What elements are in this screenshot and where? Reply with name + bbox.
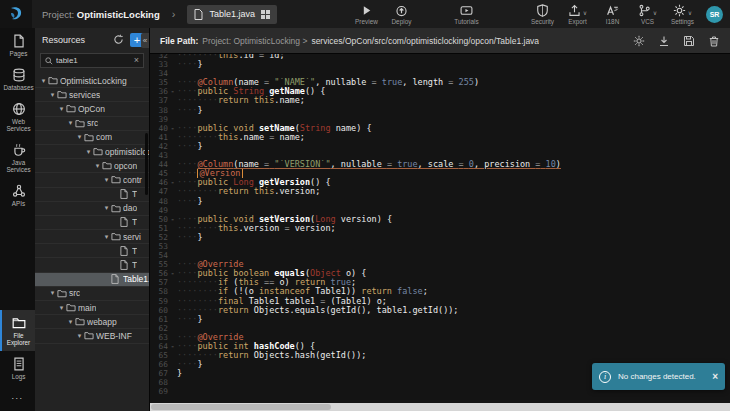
fold-marker[interactable]: - xyxy=(168,124,177,133)
tree-item-com[interactable]: ▾com xyxy=(35,131,149,145)
code-editor[interactable]: 32········this.id = id;33····}3435····@C… xyxy=(150,54,730,403)
code-line[interactable]: 52····} xyxy=(150,233,730,242)
code-line[interactable]: 40-····public void setName(String name) … xyxy=(150,124,730,133)
tree-item-main[interactable]: ▾main xyxy=(35,301,149,315)
tree-expand-arrow-icon[interactable]: ▾ xyxy=(57,105,66,113)
tree-item-web-inf[interactable]: ▾WEB-INF xyxy=(35,329,149,343)
code-line[interactable]: 43 xyxy=(150,151,730,160)
code-line[interactable]: 64-····public int hashCode() { xyxy=(150,342,730,351)
tree-item-servi[interactable]: ▾servi xyxy=(35,230,149,244)
tree-item-opcon[interactable]: ▾OpCon xyxy=(35,102,149,116)
tree-item-t[interactable]: T xyxy=(35,216,149,230)
code-line[interactable]: 53 xyxy=(150,242,730,251)
tab-table1-java[interactable]: Table1.java xyxy=(187,5,277,24)
code-line[interactable]: 54 xyxy=(150,251,730,260)
fold-marker[interactable]: - xyxy=(168,87,177,96)
tree-expand-arrow-icon[interactable]: ▾ xyxy=(102,176,111,184)
topbar-export-button[interactable]: ∨Export xyxy=(560,0,595,28)
code-line[interactable]: 61····} xyxy=(150,315,730,324)
tree-expand-arrow-icon[interactable]: ▾ xyxy=(102,233,111,241)
topbar-vcs-button[interactable]: ∨VCS xyxy=(630,0,665,28)
code-line[interactable]: 45····@Version xyxy=(150,169,730,178)
topbar-tutorials-button[interactable]: Tutorials xyxy=(449,0,484,28)
tree-item-t[interactable]: T xyxy=(35,188,149,202)
tree-item-opcon[interactable]: ▾opcon xyxy=(35,159,149,173)
sidebar-item-web-services[interactable]: Web Services xyxy=(0,96,35,137)
code-line[interactable]: 36-····public String getName() { xyxy=(150,87,730,96)
code-line[interactable]: 37········return this.name; xyxy=(150,96,730,105)
sidebar-item-file-explorer[interactable]: File Explorer xyxy=(0,310,35,351)
code-line[interactable]: 35····@Column(name = "`NAME`", nullable … xyxy=(150,78,730,87)
sidebar-item-java-services[interactable]: Java Services xyxy=(0,137,35,178)
code-line[interactable]: 39 xyxy=(150,115,730,124)
tree-item-t[interactable]: T xyxy=(35,258,149,272)
code-line[interactable]: 41········this.name = name; xyxy=(150,133,730,142)
tree-item-services[interactable]: ▾services xyxy=(35,88,149,102)
tree-item-optimisticlocking[interactable]: ▾optimisticlocking xyxy=(35,145,149,159)
download-icon[interactable] xyxy=(658,35,670,47)
editor-horizontal-scrollbar[interactable] xyxy=(150,403,730,411)
tree-item-src[interactable]: ▾src xyxy=(35,117,149,131)
tree-item-t[interactable]: T xyxy=(35,244,149,258)
tree-expand-arrow-icon[interactable]: ▾ xyxy=(57,304,66,312)
code-line[interactable]: 46-····public Long getVersion() { xyxy=(150,178,730,187)
fold-marker[interactable]: - xyxy=(168,342,177,351)
tree-item-contr[interactable]: ▾contr xyxy=(35,173,149,187)
code-line[interactable]: 57········if (this == o) return true; xyxy=(150,278,730,287)
tree-item-optimisticlocking[interactable]: ▾OptimisticLocking xyxy=(35,74,149,88)
code-line[interactable]: 47········return this.version; xyxy=(150,187,730,196)
fold-marker[interactable]: - xyxy=(168,215,177,224)
tree-expand-arrow-icon[interactable]: ▾ xyxy=(93,162,102,170)
tree-item-src[interactable]: ▾src xyxy=(35,287,149,301)
code-line[interactable]: 33····} xyxy=(150,60,730,69)
code-line[interactable]: 51········this.version = version; xyxy=(150,224,730,233)
collapse-panel-icon[interactable]: « xyxy=(141,33,149,48)
code-line[interactable]: 50-····public void setVersion(Long versi… xyxy=(150,215,730,224)
sidebar-item-apis[interactable]: APIs xyxy=(0,178,35,212)
clear-search-icon[interactable]: × xyxy=(134,56,139,65)
tree-scrollbar[interactable] xyxy=(145,133,148,195)
sidebar-more-button[interactable]: ... xyxy=(0,385,35,411)
code-line[interactable]: 59········final Table1 table1 = (Table1)… xyxy=(150,297,730,306)
tree-expand-arrow-icon[interactable]: ▾ xyxy=(84,148,93,156)
search-input[interactable] xyxy=(56,56,131,65)
code-line[interactable]: 38····} xyxy=(150,106,730,115)
tree-expand-arrow-icon[interactable]: ▾ xyxy=(66,119,75,127)
code-line[interactable]: 49 xyxy=(150,206,730,215)
tree-expand-arrow-icon[interactable]: ▾ xyxy=(66,318,75,326)
project-breadcrumb[interactable]: Project: OptimisticLocking xyxy=(42,9,160,20)
tree-expand-arrow-icon[interactable]: ▾ xyxy=(48,91,57,99)
code-line[interactable]: 60········return Objects.equals(getId(),… xyxy=(150,306,730,315)
code-line[interactable]: 65········return Objects.hash(getId()); xyxy=(150,351,730,360)
code-line[interactable]: 42····} xyxy=(150,142,730,151)
sidebar-item-databases[interactable]: Databases xyxy=(0,62,35,96)
settings-gear-icon[interactable] xyxy=(633,35,645,47)
grid-icon[interactable] xyxy=(261,10,270,19)
tree-expand-arrow-icon[interactable]: ▾ xyxy=(75,133,84,141)
app-logo[interactable] xyxy=(0,0,32,28)
fold-marker[interactable]: - xyxy=(168,269,177,278)
tree-expand-arrow-icon[interactable]: ▾ xyxy=(75,332,84,340)
refresh-icon[interactable] xyxy=(113,34,125,46)
code-line[interactable]: 48····} xyxy=(150,197,730,206)
avatar[interactable]: SR xyxy=(706,6,723,23)
topbar-settings-button[interactable]: ∨Settings xyxy=(665,0,700,28)
delete-trash-icon[interactable] xyxy=(708,35,720,47)
topbar-deploy-button[interactable]: Deploy xyxy=(384,0,419,28)
code-line[interactable]: 44····@Column(name = "`VERSION`", nullab… xyxy=(150,160,730,169)
code-line[interactable]: 62 xyxy=(150,324,730,333)
tree-expand-arrow-icon[interactable]: ▾ xyxy=(102,204,111,212)
scrollbar-thumb[interactable] xyxy=(151,404,331,410)
code-line[interactable]: 63····@Override xyxy=(150,333,730,342)
topbar-security-button[interactable]: Security xyxy=(525,0,560,28)
code-line[interactable]: 56-····public boolean equals(Object o) { xyxy=(150,269,730,278)
tree-item-webapp[interactable]: ▾webapp xyxy=(35,315,149,329)
topbar-preview-button[interactable]: Preview xyxy=(349,0,384,28)
save-icon[interactable] xyxy=(683,35,695,47)
toast-close-icon[interactable]: × xyxy=(712,372,718,382)
tree-expand-arrow-icon[interactable]: ▾ xyxy=(39,77,48,85)
tree-expand-arrow-icon[interactable]: ▾ xyxy=(48,289,57,297)
tree-item-table1-java[interactable]: Table1.java xyxy=(35,273,149,287)
fold-marker[interactable]: - xyxy=(168,178,177,187)
sidebar-item-logs[interactable]: Logs xyxy=(0,351,35,385)
